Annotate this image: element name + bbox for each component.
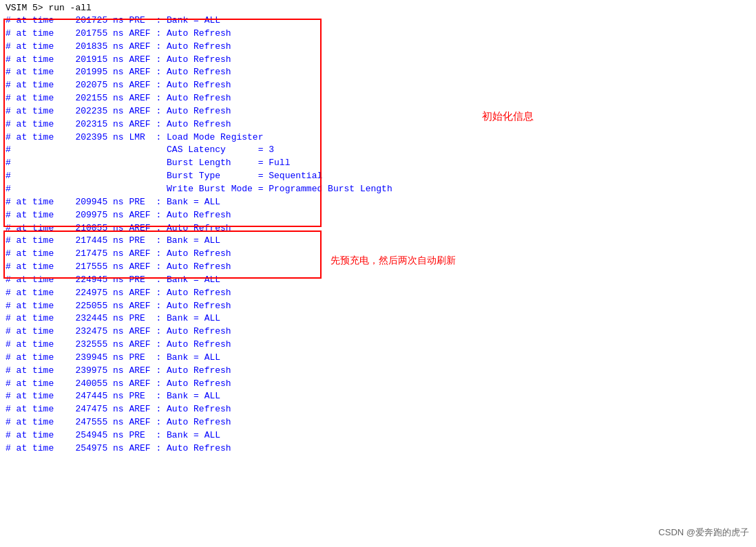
output-line: # at time 247475 ns AREF : Auto Refresh bbox=[6, 403, 750, 416]
red-box-init bbox=[3, 19, 322, 227]
output-line: # at time 240055 ns AREF : Auto Refresh bbox=[6, 378, 750, 391]
command-line: VSIM 5> run -all bbox=[6, 3, 750, 13]
output-line: # at time 224975 ns AREF : Auto Refresh bbox=[6, 287, 750, 300]
watermark: CSDN @爱奔跑的虎子 bbox=[658, 526, 749, 539]
output-line: # at time 232475 ns AREF : Auto Refresh bbox=[6, 325, 750, 339]
output-line: # at time 232555 ns AREF : Auto Refresh bbox=[6, 339, 750, 352]
init-info-label: 初始化信息 bbox=[482, 110, 534, 123]
output-line: # at time 239945 ns PRE : Bank = ALL bbox=[6, 352, 750, 365]
output-line: # at time 254945 ns PRE : Bank = ALL bbox=[6, 429, 750, 442]
pre-refresh-label: 先预充电，然后两次自动刷新 bbox=[330, 255, 456, 267]
output-line: # at time 225055 ns AREF : Auto Refresh bbox=[6, 300, 750, 313]
output-line: # at time 247445 ns PRE : Bank = ALL bbox=[6, 390, 750, 403]
output-line: # at time 232445 ns PRE : Bank = ALL bbox=[6, 312, 750, 325]
red-box-refresh bbox=[3, 230, 322, 279]
output-line: # at time 254975 ns AREF : Auto Refresh bbox=[6, 442, 750, 455]
output-line: # at time 239975 ns AREF : Auto Refresh bbox=[6, 365, 750, 378]
output-line: # at time 247555 ns AREF : Auto Refresh bbox=[6, 416, 750, 429]
